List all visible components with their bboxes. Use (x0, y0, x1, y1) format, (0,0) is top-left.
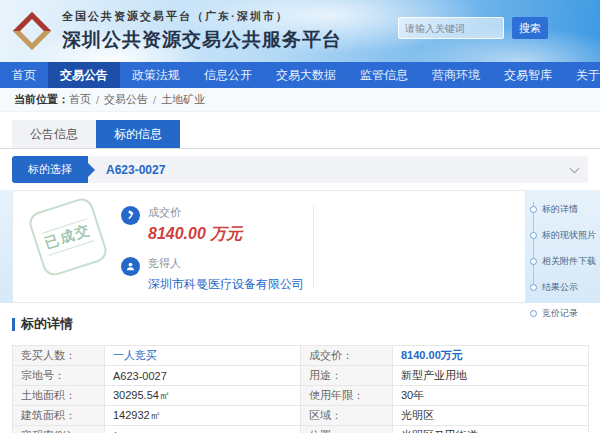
price-value: 8140.00 万元 (148, 224, 242, 245)
subject-selector-dropdown[interactable]: 标的选择 A623-0027 (12, 156, 588, 183)
search-button[interactable]: 搜索 (512, 17, 548, 39)
info-tabs: 公告信息 标的信息 (0, 112, 600, 149)
section-title-text: 标的详情 (21, 315, 73, 333)
gavel-icon (121, 206, 140, 225)
person-icon (121, 257, 140, 276)
timeline-bidding-record[interactable]: 竞价记录 (528, 300, 600, 326)
nav-item-about[interactable]: 关于我们 (564, 62, 600, 88)
table-row: 竞买人数： 一人竞买 成交价： 8140.00万元 (13, 346, 589, 366)
breadcrumb-announcements[interactable]: 交易公告 (104, 92, 148, 107)
deal-winner-row: 竞得人 深圳市科曼医疗设备有限公司 (121, 256, 304, 293)
winner-company-link[interactable]: 深圳市科曼医疗设备有限公司 (148, 276, 304, 293)
winner-label: 竞得人 (148, 256, 304, 271)
table-row: 建筑面积： 142932㎡ 区域： 光明区 (13, 406, 589, 426)
nav-item-announcements[interactable]: 交易公告 (48, 62, 120, 88)
table-row: 容积率(%)： / 位置： 光明区马田街道 (13, 426, 589, 433)
platform-logo-icon (10, 9, 54, 53)
deal-summary-section: 已成交 成交价 8140.00 万元 (0, 190, 600, 303)
deal-summary-card: 已成交 成交价 8140.00 万元 (12, 190, 526, 303)
tab-subject-info[interactable]: 标的信息 (96, 120, 180, 148)
breadcrumb-separator: / (96, 94, 99, 106)
timeline-dot-icon (530, 310, 537, 317)
price-label: 成交价 (148, 205, 242, 220)
nav-item-policies[interactable]: 政策法规 (120, 62, 192, 88)
page-title: 深圳公共资源交易公共服务平台 (62, 27, 342, 53)
section-title-bar (12, 318, 15, 331)
search-input[interactable] (398, 17, 504, 39)
main-nav: 首页 交易公告 政策法规 信息公开 交易大数据 监管信息 营商环境 交易智库 关… (0, 62, 600, 88)
deal-done-stamp: 已成交 (26, 195, 109, 278)
breadcrumb-land-mining[interactable]: 土地矿业 (161, 92, 205, 107)
timeline-dot-icon (530, 284, 537, 291)
deal-price-row: 成交价 8140.00 万元 (121, 205, 304, 245)
timeline-attachments[interactable]: 相关附件下载 (528, 248, 600, 274)
stamp-text: 已成交 (41, 218, 94, 256)
chevron-down-icon[interactable] (570, 164, 580, 174)
timeline-dot-icon (530, 232, 537, 239)
tab-announcement-info[interactable]: 公告信息 (12, 120, 96, 148)
timeline-result-publicity[interactable]: 结果公示 (528, 274, 600, 300)
breadcrumb-home[interactable]: 首页 (69, 92, 91, 107)
subject-details-table: 竞买人数： 一人竞买 成交价： 8140.00万元 宗地号： A623-0027… (12, 345, 589, 433)
section-timeline: 标的详情 标的现状照片 相关附件下载 结果公示 竞价记录 (526, 190, 600, 303)
search-bar: 搜索 (398, 17, 548, 39)
table-row: 宗地号： A623-0027 用途： 新型产业用地 (13, 366, 589, 386)
breadcrumb-prefix: 当前位置： (14, 92, 69, 107)
nav-item-thinktank[interactable]: 交易智库 (492, 62, 564, 88)
subject-details-section: 标的详情 竞买人数： 一人竞买 成交价： 8140.00万元 宗地号： A623… (0, 303, 600, 433)
nav-item-business-env[interactable]: 营商环境 (420, 62, 492, 88)
subject-selector-value: A623-0027 (106, 163, 165, 177)
nav-item-supervision[interactable]: 监管信息 (348, 62, 420, 88)
vertical-divider (313, 205, 314, 288)
nav-item-home[interactable]: 首页 (0, 62, 48, 88)
timeline-status-photos[interactable]: 标的现状照片 (528, 222, 600, 248)
timeline-subject-details[interactable]: 标的详情 (528, 196, 600, 222)
subject-selector-label: 标的选择 (12, 156, 88, 183)
site-header: 全国公共资源交易平台（广东·深圳市） 深圳公共资源交易公共服务平台 搜索 (0, 0, 600, 62)
timeline-dot-icon (530, 258, 537, 265)
timeline-dot-icon (530, 206, 537, 213)
breadcrumb: 当前位置： 首页 / 交易公告 / 土地矿业 (0, 88, 600, 112)
platform-subtitle: 全国公共资源交易平台（广东·深圳市） (62, 9, 342, 24)
nav-item-disclosure[interactable]: 信息公开 (192, 62, 264, 88)
breadcrumb-separator: / (153, 94, 156, 106)
nav-item-bigdata[interactable]: 交易大数据 (264, 62, 348, 88)
table-row: 土地面积： 30295.54㎡ 使用年限： 30年 (13, 386, 589, 406)
